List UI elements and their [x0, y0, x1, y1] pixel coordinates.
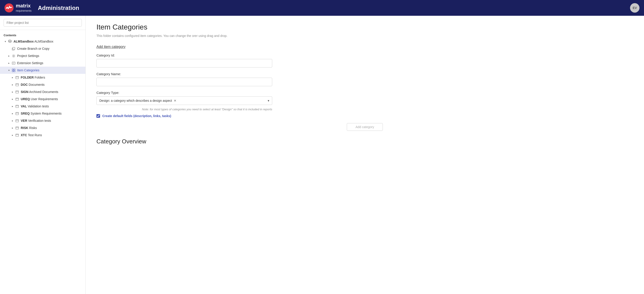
category-type-select[interactable]: Design: a category which describes a des… — [96, 96, 272, 105]
category-name-label: Category Name: — [96, 72, 633, 76]
category-id-label: Category Id: — [96, 53, 633, 57]
svg-rect-12 — [16, 91, 18, 93]
chevron-right-icon6: ▸ — [11, 97, 14, 101]
page-description: This folder contains configured item cat… — [96, 34, 633, 38]
add-category-button[interactable]: Add category — [347, 123, 383, 131]
create-branch-label: Create Branch or Copy — [17, 47, 82, 50]
logo-text: matrix requirements — [16, 3, 32, 12]
chevron-right-icon5: ▸ — [11, 90, 14, 94]
doc-icon-val — [15, 104, 20, 108]
default-fields-checkbox[interactable] — [96, 114, 100, 118]
sign-label: SIGN Archived Documents — [21, 90, 82, 94]
doc-icon-risk — [15, 126, 20, 130]
sreq-label: SREQ System Requirements — [21, 112, 82, 115]
svg-rect-3 — [13, 47, 15, 49]
svg-point-1 — [8, 40, 11, 41]
grid-icon — [11, 68, 16, 72]
sidebar-item-almsandbox[interactable]: ▾ ALMSandbox ALMSandbox — [0, 38, 86, 45]
item-categories-label: Item Categories — [17, 68, 82, 72]
selected-type-text: Design: a category which describes a des… — [99, 99, 172, 102]
copy-icon — [11, 46, 16, 51]
category-name-field: Category Name: — [96, 72, 633, 91]
chevron-down-icon3: ▾ — [268, 99, 269, 102]
chevron-right-icon8: ▸ — [11, 112, 14, 115]
svg-rect-15 — [16, 112, 18, 115]
svg-rect-11 — [16, 83, 18, 86]
sidebar-item-val[interactable]: ▸ VAL Validation tests — [0, 103, 86, 110]
doc-icon-doc — [15, 82, 20, 87]
xtc-label: XTC Test Runs — [21, 133, 82, 137]
sidebar-item-folder[interactable]: ▸ FOLDER Folders — [0, 74, 86, 81]
project-settings-label: Project Settings — [17, 54, 82, 58]
category-id-field: Category Id: — [96, 53, 633, 72]
sidebar-item-item-categories[interactable]: ▾ Item Categories — [0, 67, 86, 74]
remove-type-button[interactable]: ✕ — [174, 99, 176, 102]
sidebar-item-sreq[interactable]: ▸ SREQ System Requirements — [0, 110, 86, 117]
category-name-input[interactable] — [96, 78, 272, 86]
ureq-label: UREQ User Requirements — [21, 97, 82, 101]
chevron-down-icon2: ▾ — [7, 68, 11, 72]
svg-rect-18 — [16, 134, 18, 136]
logo-icon — [4, 3, 14, 12]
folder-label: FOLDER Folders — [21, 76, 82, 79]
extension-settings-label: Extension Settings — [17, 61, 82, 65]
svg-rect-13 — [16, 98, 18, 100]
header-title: Administration — [38, 4, 79, 11]
sidebar-item-project-settings[interactable]: ▸ Project Settings — [0, 52, 86, 59]
sidebar-content: Contents ▾ ALMSandbox ALMSandbox ▸ Creat… — [0, 30, 86, 294]
sidebar-item-xtc[interactable]: ▸ XTC Test Runs — [0, 131, 86, 139]
avatar[interactable]: EV — [630, 3, 640, 12]
sidebar-item-extension-settings[interactable]: ▸ Extension Settings — [0, 59, 86, 67]
ext-icon — [11, 61, 16, 65]
doc-icon-ver — [15, 118, 20, 123]
selected-type-value: Design: a category which describes a des… — [99, 99, 176, 102]
sidebar-search-container — [0, 16, 86, 30]
ver-label: VER Verification tests — [21, 119, 82, 122]
doc-label: DOC Documents — [21, 83, 82, 86]
svg-rect-10 — [16, 76, 18, 79]
svg-rect-8 — [12, 70, 14, 72]
sidebar: Contents ▾ ALMSandbox ALMSandbox ▸ Creat… — [0, 16, 86, 294]
chevron-right-icon10: ▸ — [11, 126, 14, 130]
header-left: matrix requirements Administration — [4, 3, 79, 12]
svg-rect-14 — [16, 105, 18, 108]
sidebar-item-risk[interactable]: ▸ RISK Risks — [0, 124, 86, 131]
page-title: Item Categories — [96, 23, 633, 31]
brand-sub: requirements — [16, 9, 32, 12]
search-input[interactable] — [4, 19, 82, 26]
add-item-category-section: Add item category Category Id: Category … — [96, 45, 633, 131]
sidebar-item-sign[interactable]: ▸ SIGN Archived Documents — [0, 88, 86, 95]
sidebar-item-create-branch[interactable]: ▸ Create Branch or Copy — [0, 45, 86, 52]
category-overview-title: Category Overview — [96, 138, 633, 145]
chevron-right-icon2: ▸ — [7, 61, 11, 65]
add-category-link[interactable]: Add item category — [96, 45, 126, 49]
default-fields-row: Create default fields (description, link… — [96, 114, 633, 118]
default-fields-label[interactable]: Create default fields (description, link… — [102, 114, 171, 118]
svg-point-4 — [13, 55, 14, 56]
doc-icon-ureq — [15, 97, 20, 101]
svg-rect-7 — [14, 69, 15, 70]
svg-rect-16 — [16, 120, 18, 122]
sidebar-item-ver[interactable]: ▸ VER Verification tests — [0, 117, 86, 124]
brand-name: matrix — [16, 3, 32, 8]
category-id-input[interactable] — [96, 59, 272, 67]
chevron-right-icon4: ▸ — [11, 83, 14, 86]
doc-icon-sign — [15, 90, 20, 94]
contents-label: Contents — [0, 32, 86, 38]
chevron-right-icon11: ▸ — [11, 133, 14, 137]
val-label: VAL Validation tests — [21, 104, 82, 108]
category-type-label: Category Type: — [96, 91, 633, 95]
sidebar-item-ureq[interactable]: ▸ UREQ User Requirements — [0, 95, 86, 103]
svg-rect-6 — [12, 69, 14, 70]
db-icon — [8, 39, 12, 44]
svg-point-0 — [5, 4, 13, 12]
content-area: Item Categories This folder contains con… — [86, 16, 644, 294]
doc-icon-xtc — [15, 133, 20, 137]
svg-rect-9 — [14, 70, 15, 72]
app-header: matrix requirements Administration EV — [0, 0, 644, 16]
chevron-right-icon3: ▸ — [11, 76, 14, 79]
doc-icon-sreq — [15, 111, 20, 116]
sidebar-item-doc[interactable]: ▸ DOC Documents — [0, 81, 86, 88]
almsandbox-label: ALMSandbox ALMSandbox — [14, 40, 82, 43]
svg-rect-5 — [12, 62, 15, 64]
